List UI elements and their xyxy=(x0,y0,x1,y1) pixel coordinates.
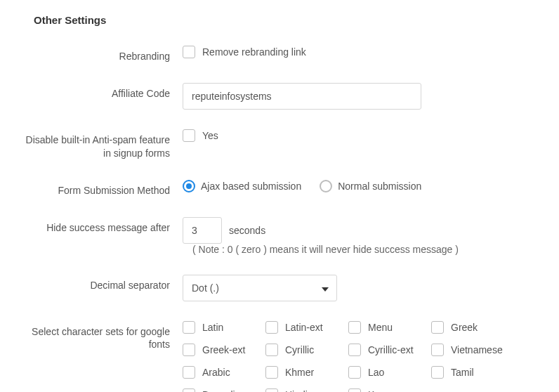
radio-normal[interactable] xyxy=(320,180,332,192)
row-hide-after: Hide success message after seconds ( Not… xyxy=(21,217,538,255)
checkbox-charset-hindi[interactable] xyxy=(265,388,278,392)
row-submission: Form Submission Method Ajax based submis… xyxy=(21,180,538,197)
charset-label: Greek-ext xyxy=(202,344,245,355)
label-submission: Form Submission Method xyxy=(21,180,183,197)
section-title: Other Settings xyxy=(34,14,538,26)
label-affiliate: Affiliate Code xyxy=(21,83,183,100)
charset-cell: Latin xyxy=(183,321,265,334)
charset-label: Arabic xyxy=(202,367,230,378)
charset-label: Hindi xyxy=(285,389,308,392)
charset-cell: Menu xyxy=(348,321,431,334)
radio-ajax-label: Ajax based submission xyxy=(201,181,301,192)
select-decimal-value: Dot (.) xyxy=(192,282,219,294)
charset-label: Korean xyxy=(368,389,400,392)
charset-cell: Cyrillic-ext xyxy=(348,344,431,356)
text-hide-note: ( Note : 0 ( zero ) means it will never … xyxy=(192,244,459,255)
charset-row: LatinLatin-extMenuGreek xyxy=(183,321,514,334)
charset-label: Cyrillic-ext xyxy=(368,344,414,355)
charset-row: BengaliHindiKorean xyxy=(183,388,514,392)
label-rebranding: Rebranding xyxy=(21,46,183,63)
radio-normal-label: Normal submission xyxy=(338,181,421,192)
charset-label: Latin xyxy=(202,322,223,333)
charset-label: Khmer xyxy=(285,367,314,378)
row-decimal: Decimal separator Dot (.) xyxy=(21,275,538,301)
charset-cell: Cyrillic xyxy=(265,344,348,356)
charset-cell xyxy=(431,388,514,392)
label-decimal: Decimal separator xyxy=(21,275,183,292)
charset-cell: Greek-ext xyxy=(183,344,265,356)
charset-label: Cyrillic xyxy=(285,344,314,355)
charset-cell: Latin-ext xyxy=(265,321,348,334)
charset-grid: LatinLatin-extMenuGreekGreek-extCyrillic… xyxy=(183,321,514,392)
label-antispam: Disable built-in Anti-spam feature in si… xyxy=(21,129,183,160)
charset-cell: Arabic xyxy=(183,366,265,379)
charset-label: Tamil xyxy=(451,367,474,378)
checkbox-charset-greek-ext[interactable] xyxy=(183,344,195,356)
radio-ajax[interactable] xyxy=(183,180,195,192)
checkbox-charset-cyrillic-ext[interactable] xyxy=(348,344,361,356)
charset-cell: Hindi xyxy=(265,388,348,392)
charset-label: Lao xyxy=(368,367,384,378)
charset-label: Bengali xyxy=(202,389,235,392)
input-affiliate-code[interactable] xyxy=(183,83,421,110)
checkbox-charset-lao[interactable] xyxy=(348,366,361,379)
radio-option-normal[interactable]: Normal submission xyxy=(320,180,421,192)
checkbox-antispam[interactable] xyxy=(183,129,195,142)
checkbox-charset-greek[interactable] xyxy=(431,321,444,334)
text-seconds: seconds xyxy=(229,225,265,236)
checkbox-rebranding[interactable] xyxy=(183,46,195,58)
charset-cell: Korean xyxy=(348,388,431,392)
row-charsets: Select character sets for google fonts L… xyxy=(21,321,538,392)
checkbox-rebranding-label: Remove rebranding link xyxy=(202,46,306,58)
charset-row: ArabicKhmerLaoTamil xyxy=(183,366,514,379)
charset-cell: Lao xyxy=(348,366,431,379)
checkbox-charset-vietnamese[interactable] xyxy=(431,344,444,356)
checkbox-charset-arabic[interactable] xyxy=(183,366,195,379)
checkbox-charset-khmer[interactable] xyxy=(265,366,278,379)
charset-cell: Vietnamese xyxy=(431,344,514,356)
checkbox-charset-bengali[interactable] xyxy=(183,388,195,392)
checkbox-charset-korean[interactable] xyxy=(348,388,361,392)
input-hide-seconds[interactable] xyxy=(183,217,222,244)
checkbox-charset-latin[interactable] xyxy=(183,321,195,334)
checkbox-charset-latin-ext[interactable] xyxy=(265,321,278,334)
label-hide-after: Hide success message after xyxy=(21,217,183,235)
charset-cell: Tamil xyxy=(431,366,514,379)
row-affiliate: Affiliate Code xyxy=(21,83,538,110)
charset-cell: Greek xyxy=(431,321,514,334)
radio-group-submission: Ajax based submission Normal submission xyxy=(183,180,421,192)
charset-label: Latin-ext xyxy=(285,322,323,333)
select-decimal-wrap[interactable]: Dot (.) xyxy=(183,275,337,301)
charset-cell: Khmer xyxy=(265,366,348,379)
checkbox-charset-tamil[interactable] xyxy=(431,366,444,379)
row-antispam: Disable built-in Anti-spam feature in si… xyxy=(21,129,538,160)
radio-option-ajax[interactable]: Ajax based submission xyxy=(183,180,301,192)
charset-label: Menu xyxy=(368,322,393,333)
row-rebranding: Rebranding Remove rebranding link xyxy=(21,46,538,63)
select-decimal[interactable]: Dot (.) xyxy=(183,275,337,301)
checkbox-charset-menu[interactable] xyxy=(348,321,361,334)
charset-row: Greek-extCyrillicCyrillic-extVietnamese xyxy=(183,344,514,356)
label-charsets: Select character sets for google fonts xyxy=(21,321,183,352)
charset-label: Vietnamese xyxy=(451,344,503,355)
charset-label: Greek xyxy=(451,322,478,333)
checkbox-charset-cyrillic[interactable] xyxy=(265,344,278,356)
charset-cell: Bengali xyxy=(183,388,265,392)
checkbox-antispam-label: Yes xyxy=(202,130,218,141)
